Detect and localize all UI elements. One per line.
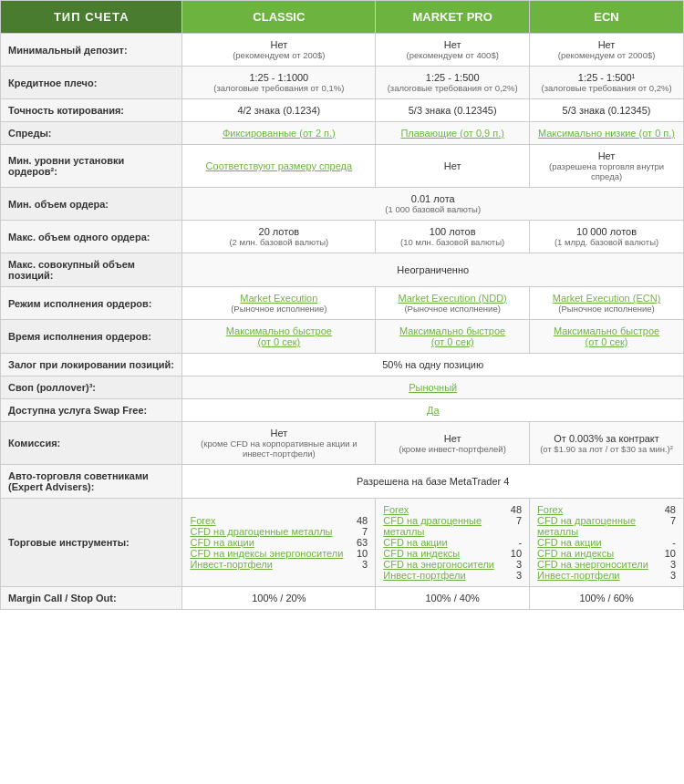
instrument-name[interactable]: CFD на индексы энергоносители — [190, 548, 343, 559]
ecn-exec-time-link[interactable]: Максимально быстрое (от 0 сек) — [554, 325, 659, 347]
label-margin-stop: Margin Call / Stop Out: — [1, 587, 182, 610]
ecn-commission: От 0.003% за контракт (от $1.90 за лот /… — [530, 422, 684, 465]
ecn-execution-link[interactable]: Market Execution (ECN) — [553, 293, 661, 304]
row-spreads: Спреды: Фиксированные (от 2 п.) Плавающи… — [1, 122, 684, 145]
instrument-name[interactable]: CFD на акции — [190, 537, 254, 548]
instrument-row: CFD на акции- — [537, 537, 676, 548]
classic-execution-link[interactable]: Market Execution — [240, 293, 317, 304]
instrument-count: 3 — [503, 559, 522, 570]
classic-spreads: Фиксированные (от 2 п.) — [182, 122, 376, 145]
ecn-max-one-order: 10 000 лотов (1 млрд. базовой валюты) — [530, 221, 684, 253]
classic-exec-time-link[interactable]: Максимально быстрое (от 0 сек) — [226, 325, 332, 347]
swap-free-value: Да — [182, 399, 684, 422]
row-max-total-volume: Макс. совокупный объем позиций: Неограни… — [1, 253, 684, 287]
instrument-name[interactable]: Инвест-портфели — [190, 559, 272, 570]
ecn-spreads-link[interactable]: Максимально низкие (от 0 п.) — [538, 128, 675, 139]
ecn-spreads: Максимально низкие (от 0 п.) — [530, 122, 684, 145]
row-lock-margin: Залог при локировании позиций: 50% на од… — [1, 354, 684, 377]
classic-order-execution: Market Execution (Рыночное исполнение) — [182, 287, 376, 320]
mp-spreads-link[interactable]: Плавающие (от 0,9 п.) — [400, 128, 504, 139]
instrument-name[interactable]: Forex — [537, 504, 563, 515]
row-execution-time: Время исполнения ордеров: Максимально бы… — [1, 320, 684, 354]
swap-free-link[interactable]: Да — [427, 405, 440, 416]
classic-instruments-list: Forex48CFD на драгоценные металлы7CFD на… — [190, 515, 368, 570]
mp-execution-link[interactable]: Market Execution (NDD) — [399, 293, 507, 304]
classic-precision: 4/2 знака (0.1234) — [182, 99, 376, 122]
instrument-name[interactable]: CFD на драгоценные металлы — [383, 515, 498, 537]
label-spreads: Спреды: — [1, 122, 182, 145]
lock-margin-value: 50% на одну позицию — [182, 354, 684, 377]
instrument-row: CFD на индексы10 — [383, 548, 522, 559]
ecn-precision: 5/3 знака (0.12345) — [530, 99, 684, 122]
expert-advisers-value: Разрешена на базе MetaTrader 4 — [182, 465, 684, 499]
instrument-row: CFD на индексы энергоносители10 — [190, 548, 368, 559]
header-market-pro: MARKET PRO — [376, 1, 530, 34]
instrument-count: 10 — [503, 548, 522, 559]
mp-exec-time-link[interactable]: Максимально быстрое (от 0 сек) — [399, 325, 505, 347]
instrument-count: - — [503, 537, 522, 548]
instrument-name[interactable]: Инвест-портфели — [383, 570, 465, 581]
swap-value: Рыночный — [182, 377, 684, 399]
row-margin-stop: Margin Call / Stop Out: 100% / 20% 100% … — [1, 587, 684, 610]
instrument-name[interactable]: CFD на драгоценные металлы — [537, 515, 652, 537]
instrument-count: 3 — [658, 570, 676, 581]
instrument-count: 48 — [658, 504, 676, 515]
ecn-order-execution: Market Execution (ECN) (Рыночное исполне… — [530, 287, 684, 320]
instrument-name[interactable]: Forex — [190, 515, 215, 526]
instrument-name[interactable]: CFD на акции — [383, 537, 447, 548]
row-min-deposit: Минимальный депозит: Нет (рекомендуем от… — [1, 34, 684, 67]
row-leverage: Кредитное плечо: 1:25 - 1:1000 (залоговы… — [1, 67, 684, 99]
classic-min-order-levels: Соответствуют размеру спреда — [182, 145, 376, 188]
header-account-type: ТИП СЧЕТА — [1, 1, 182, 34]
instrument-name[interactable]: CFD на драгоценные металлы — [190, 526, 332, 537]
instrument-row: CFD на драгоценные металлы7 — [190, 526, 368, 537]
ecn-min-deposit: Нет (рекомендуем от 2000$) — [530, 34, 684, 67]
instrument-name[interactable]: CFD на индексы — [537, 548, 614, 559]
instrument-row: CFD на драгоценные металлы7 — [383, 515, 522, 537]
header-ecn: ECN — [530, 1, 684, 34]
classic-execution-time: Максимально быстрое (от 0 сек) — [182, 320, 376, 354]
label-lock-margin: Залог при локировании позиций: — [1, 354, 182, 377]
classic-max-one-order: 20 лотов (2 млн. базовой валюты) — [182, 221, 376, 253]
instrument-count: 3 — [503, 570, 522, 581]
instrument-count: - — [658, 537, 676, 548]
swap-link[interactable]: Рыночный — [409, 382, 457, 393]
label-trading-instruments: Торговые инструменты: — [1, 499, 182, 587]
mp-execution-time: Максимально быстрое (от 0 сек) — [376, 320, 530, 354]
mp-instruments-list: Forex48CFD на драгоценные металлы7CFD на… — [383, 504, 522, 581]
instrument-name[interactable]: CFD на энергоносители — [383, 559, 494, 570]
instrument-row: CFD на энергоносители3 — [383, 559, 522, 570]
label-precision: Точность котирования: — [1, 99, 182, 122]
classic-instruments: Forex48CFD на драгоценные металлы7CFD на… — [182, 499, 376, 587]
max-total-volume-value: Неограниченно — [182, 253, 684, 287]
label-max-one-order: Макс. объем одного ордера: — [1, 221, 182, 253]
mp-order-execution: Market Execution (NDD) (Рыночное исполне… — [376, 287, 530, 320]
instrument-count: 63 — [349, 537, 368, 548]
row-min-order-volume: Мин. объем ордера: 0.01 лота (1 000 базо… — [1, 188, 684, 221]
mp-min-deposit: Нет (рекомендуем от 400$) — [376, 34, 530, 67]
instrument-count: 7 — [503, 515, 522, 537]
mp-max-one-order: 100 лотов (10 млн. базовой валюты) — [376, 221, 530, 253]
label-min-order-volume: Мин. объем ордера: — [1, 188, 182, 221]
row-swap: Своп (роллover)³: Рыночный — [1, 377, 684, 399]
instrument-name[interactable]: Forex — [383, 504, 409, 515]
classic-order-levels-link[interactable]: Соответствуют размеру спреда — [206, 160, 352, 171]
row-swap-free: Доступна услуга Swap Free: Да — [1, 399, 684, 422]
instrument-row: CFD на индексы10 — [537, 548, 676, 559]
label-swap-free: Доступна услуга Swap Free: — [1, 399, 182, 422]
header-row: ТИП СЧЕТА CLASSIC MARKET PRO ECN — [1, 1, 684, 34]
instrument-count: 10 — [349, 548, 368, 559]
mp-precision: 5/3 знака (0.12345) — [376, 99, 530, 122]
label-order-execution: Режим исполнения ордеров: — [1, 287, 182, 320]
classic-min-deposit: Нет (рекомендуем от 200$) — [182, 34, 376, 67]
instrument-count: 7 — [349, 526, 368, 537]
header-classic: CLASSIC — [182, 1, 376, 34]
instrument-name[interactable]: CFD на индексы — [383, 548, 460, 559]
instrument-name[interactable]: CFD на энергоносители — [537, 559, 648, 570]
mp-spreads: Плавающие (от 0,9 п.) — [376, 122, 530, 145]
instrument-name[interactable]: CFD на акции — [537, 537, 601, 548]
instrument-row: Инвест-портфели3 — [383, 570, 522, 581]
instrument-name[interactable]: Инвест-портфели — [537, 570, 619, 581]
mp-margin-stop: 100% / 40% — [376, 587, 530, 610]
classic-spreads-link[interactable]: Фиксированные (от 2 п.) — [223, 128, 336, 139]
